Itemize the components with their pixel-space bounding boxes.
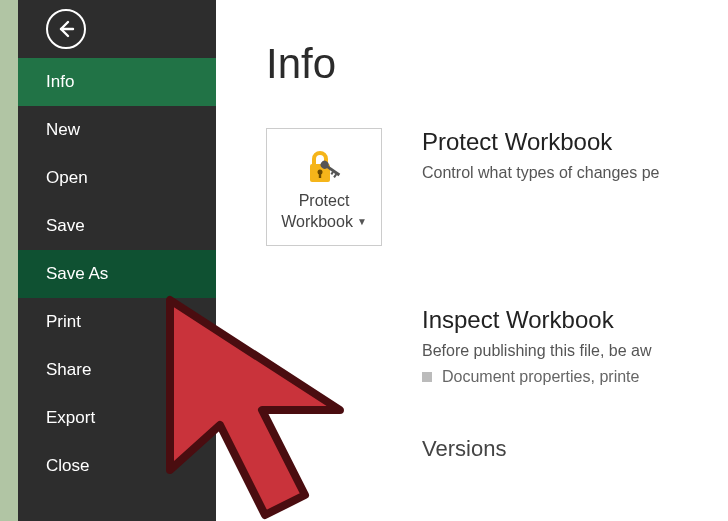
back-row — [18, 0, 216, 58]
menu-item-save-as[interactable]: Save As — [18, 250, 216, 298]
menu-item-new[interactable]: New — [18, 106, 216, 154]
lock-key-icon — [302, 143, 346, 189]
menu-item-close[interactable]: Close — [18, 442, 216, 490]
protect-text: Protect Workbook Control what types of c… — [422, 128, 659, 182]
inspect-section: Inspect Workbook Before publishing this … — [266, 306, 728, 386]
versions-section: Versions — [266, 416, 728, 462]
protect-desc: Control what types of changes pe — [422, 164, 659, 182]
bullet-square-icon — [422, 372, 432, 382]
menu-item-share[interactable]: Share — [18, 346, 216, 394]
menu-item-save[interactable]: Save — [18, 202, 216, 250]
dropdown-caret-icon: ▼ — [357, 216, 367, 228]
info-page: Info — [216, 0, 728, 521]
versions-heading: Versions — [422, 436, 506, 462]
inspect-desc: Before publishing this file, be aw — [422, 342, 651, 360]
menu-label: Close — [46, 456, 89, 476]
menu-label: Save As — [46, 264, 108, 284]
back-button[interactable] — [46, 9, 86, 49]
back-arrow-icon — [56, 19, 76, 39]
inspect-text: Inspect Workbook Before publishing this … — [422, 306, 651, 386]
svg-rect-3 — [319, 173, 321, 178]
menu-label: New — [46, 120, 80, 140]
menu-item-open[interactable]: Open — [18, 154, 216, 202]
menu-item-print[interactable]: Print — [18, 298, 216, 346]
protect-heading: Protect Workbook — [422, 128, 659, 156]
backstage-view: Info New Open Save Save As Print Share E… — [18, 0, 728, 521]
protect-section: Protect Workbook ▼ Protect Workbook Cont… — [266, 128, 728, 246]
tile-label-line2: Workbook ▼ — [281, 212, 367, 231]
menu-label: Export — [46, 408, 95, 428]
menu-label: Info — [46, 72, 74, 92]
menu-label: Share — [46, 360, 91, 380]
page-title: Info — [266, 40, 728, 88]
menu-label: Print — [46, 312, 81, 332]
file-menu-sidebar: Info New Open Save Save As Print Share E… — [18, 0, 216, 521]
menu-item-export[interactable]: Export — [18, 394, 216, 442]
tile-label: Protect — [299, 191, 350, 210]
menu-label: Open — [46, 168, 88, 188]
inspect-heading: Inspect Workbook — [422, 306, 651, 334]
menu-item-info[interactable]: Info — [18, 58, 216, 106]
inspect-bullet: Document properties, printe — [422, 368, 651, 386]
protect-workbook-button[interactable]: Protect Workbook ▼ — [266, 128, 382, 246]
menu-label: Save — [46, 216, 85, 236]
